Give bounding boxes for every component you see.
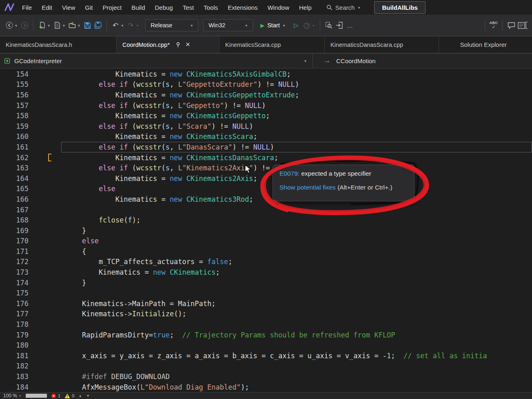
line-number[interactable]: 176: [0, 300, 29, 308]
toolbar-overflow-button[interactable]: …: [345, 19, 355, 31]
next-issue-button[interactable]: ▼: [86, 394, 90, 398]
code-line[interactable]: 176Kinematics->MainPath = MainPath;: [0, 298, 532, 309]
line-number[interactable]: 166: [0, 195, 29, 203]
search-control[interactable]: Search ▾: [326, 4, 362, 11]
show-potential-fixes-link[interactable]: Show potential fixes: [279, 184, 336, 191]
code-line[interactable]: 169}: [0, 225, 532, 236]
line-number[interactable]: 173: [0, 268, 29, 276]
save-all-button[interactable]: [93, 19, 103, 31]
start-without-debugging-button[interactable]: ▷: [291, 19, 301, 31]
navigate-forward-button[interactable]: [20, 19, 29, 31]
warning-count-indicator[interactable]: [64, 393, 70, 399]
code-line[interactable]: 160Kinematics = new CKinematicsScara;: [0, 132, 532, 142]
code-line[interactable]: 183#ifdef DEBUG_DOWNLOAD: [0, 371, 532, 382]
line-number[interactable]: 169: [0, 227, 29, 235]
code-line[interactable]: 162Kinematics = new CKinematicsDanasScar…: [0, 152, 532, 163]
code-line[interactable]: 167: [0, 205, 532, 215]
add-item-button[interactable]: [67, 19, 77, 31]
menu-item-debug[interactable]: Debug: [150, 0, 178, 15]
line-number[interactable]: 171: [0, 247, 29, 256]
code-line[interactable]: 179RapidParamsDirty=true; // Trajectory …: [0, 330, 532, 340]
line-number[interactable]: 183: [0, 373, 29, 381]
menu-item-extensions[interactable]: Extensions: [223, 0, 262, 15]
code-line[interactable]: 168fclose(f);: [0, 215, 532, 225]
line-number[interactable]: 162: [0, 154, 29, 162]
line-number[interactable]: 181: [0, 352, 29, 360]
new-file-dropdown[interactable]: ▾: [48, 23, 50, 28]
code-line[interactable]: 156Kinematics = new CKinematicsGeppettoE…: [0, 90, 532, 100]
line-number[interactable]: 170: [0, 237, 29, 245]
code-line[interactable]: 161else if (wcsstr(s, L"DanasScara") != …: [0, 142, 532, 152]
line-number[interactable]: 184: [0, 383, 29, 391]
line-number[interactable]: 155: [0, 80, 29, 88]
code-line[interactable]: 164Kinematics = new CKinematics2Axis;: [0, 173, 532, 184]
line-number[interactable]: 182: [0, 362, 29, 370]
code-line[interactable]: 180: [0, 340, 532, 351]
line-number[interactable]: 154: [0, 70, 29, 78]
menu-item-build[interactable]: Build: [126, 0, 150, 15]
line-number[interactable]: 159: [0, 122, 29, 130]
line-number[interactable]: 179: [0, 331, 29, 339]
line-number[interactable]: 156: [0, 91, 29, 99]
line-number[interactable]: 157: [0, 101, 29, 110]
menu-item-file[interactable]: File: [17, 0, 37, 15]
line-number[interactable]: 163: [0, 164, 29, 172]
tab-kinematicsdanasscaracpp[interactable]: KinematicsDanasScara.cpp: [325, 36, 439, 53]
code-editor[interactable]: 154Kinematics = new CKinematics5AxisGimb…: [0, 69, 532, 392]
redo-dropdown[interactable]: ▾: [136, 23, 138, 28]
scope-dropdown[interactable]: GCodeInterpreter ▾: [0, 53, 313, 68]
menu-item-tools[interactable]: Tools: [199, 0, 223, 15]
close-icon[interactable]: ×: [186, 40, 190, 49]
redo-button[interactable]: ↷: [126, 19, 135, 31]
solution-explorer-tab[interactable]: Solution Explorer: [460, 36, 532, 53]
line-number[interactable]: 168: [0, 216, 29, 224]
code-line[interactable]: 177Kinematics->Initialize();: [0, 309, 532, 320]
profiler-button[interactable]: [302, 19, 312, 31]
line-number[interactable]: 177: [0, 310, 29, 318]
line-number[interactable]: 164: [0, 174, 29, 183]
menu-item-window[interactable]: Window: [263, 0, 294, 15]
comments-button[interactable]: [506, 19, 516, 31]
code-line[interactable]: 166Kinematics = new CKinematics3Rod;: [0, 194, 532, 205]
code-line[interactable]: 158Kinematics = new CKinematicsGeppetto;: [0, 110, 532, 121]
code-line[interactable]: 184AfxMessageBox(L"Download Diag Enabled…: [0, 382, 532, 392]
type-dropdown[interactable]: → CCoordMotion: [313, 53, 386, 68]
pin-icon[interactable]: [175, 42, 181, 48]
code-line[interactable]: 175: [0, 288, 532, 298]
line-number[interactable]: 161: [0, 143, 29, 151]
start-debugging-button[interactable]: ▶ Start ▾: [260, 22, 287, 29]
spell-check-button[interactable]: ABC ✓: [489, 19, 499, 31]
code-line[interactable]: 174}: [0, 278, 532, 288]
profiler-dropdown[interactable]: ▾: [313, 23, 315, 28]
menu-item-edit[interactable]: Edit: [37, 0, 57, 15]
line-number[interactable]: 180: [0, 341, 29, 349]
open-file-button[interactable]: [52, 19, 62, 31]
open-file-dropdown[interactable]: ▾: [63, 23, 65, 28]
menu-item-help[interactable]: Help: [294, 0, 317, 15]
add-item-dropdown[interactable]: ▾: [78, 23, 80, 28]
line-number[interactable]: 167: [0, 206, 29, 214]
menu-item-view[interactable]: View: [57, 0, 80, 15]
find-in-files-button[interactable]: [324, 19, 334, 31]
code-line[interactable]: 170else: [0, 236, 532, 247]
line-number[interactable]: 158: [0, 112, 29, 120]
code-line[interactable]: 159else if (wcsstr(s, L"Scara") != NULL): [0, 121, 532, 132]
line-number[interactable]: 165: [0, 185, 29, 193]
code-line[interactable]: 178: [0, 319, 532, 330]
navigate-to-button[interactable]: [335, 19, 344, 31]
line-number[interactable]: 174: [0, 279, 29, 287]
line-number[interactable]: 178: [0, 320, 29, 328]
code-line[interactable]: 181x_axis = y_axis = z_axis = a_axis = b…: [0, 351, 532, 361]
menu-item-test[interactable]: Test: [178, 0, 199, 15]
code-line[interactable]: 182: [0, 361, 532, 372]
code-line[interactable]: 154Kinematics = new CKinematics5AxisGimb…: [0, 69, 532, 79]
code-line[interactable]: 173Kinematics = new CKinematics;: [0, 267, 532, 278]
horizontal-scrollbar-thumb[interactable]: [26, 394, 47, 398]
code-line[interactable]: 172m_TCP_affects_actuators = false;: [0, 257, 532, 267]
line-number[interactable]: 175: [0, 289, 29, 297]
error-count-indicator[interactable]: [51, 393, 56, 399]
menu-item-git[interactable]: Git: [80, 0, 98, 15]
code-line[interactable]: 163else if (wcsstr(s, L"Kinematics2Axis"…: [0, 163, 532, 173]
navigate-back-dropdown[interactable]: ▾: [15, 23, 17, 28]
undo-button[interactable]: ↶: [111, 19, 120, 31]
